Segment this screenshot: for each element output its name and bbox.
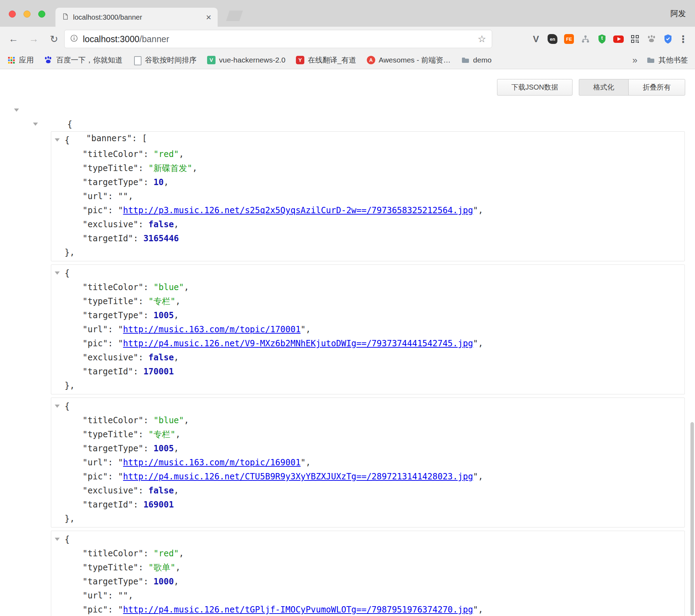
json-token: , (306, 325, 311, 334)
json-url-link[interactable]: http://p4.music.126.net/V9-MXz6b2MNhEKju… (123, 339, 473, 348)
json-url-link[interactable]: http://p4.music.126.net/CTU5B9R9y3XyYBZX… (123, 472, 473, 481)
collapse-triangle-icon[interactable] (55, 138, 60, 142)
bookmark-item-vue[interactable]: Vvue-hackernews-2.0 (207, 56, 285, 64)
json-token: "typeTitle" (82, 563, 138, 572)
folder-icon (647, 56, 655, 64)
other-bookmarks-folder[interactable]: 其他书签 (647, 55, 688, 65)
format-collapse-group: 格式化 折叠所有 (579, 79, 685, 96)
property-line: "url": "", (51, 189, 684, 203)
json-token: " (473, 205, 478, 215)
json-token: : (138, 219, 148, 229)
green-shield-extension-icon[interactable]: t (597, 34, 607, 44)
browser-menu-icon[interactable]: ⋮ (678, 27, 688, 51)
close-window-button[interactable] (9, 11, 16, 18)
json-token: "typeTitle" (82, 296, 138, 306)
bookmark-label: 应用 (19, 55, 34, 65)
bookmark-item-demo[interactable]: demo (461, 56, 492, 64)
json-array-items: {"titleColor": "red","typeTitle": "新碟首发"… (0, 131, 695, 616)
apps-grid-icon (7, 56, 15, 64)
reload-button[interactable]: ↻ (48, 33, 60, 45)
json-token: "titleColor" (82, 415, 143, 425)
org-chart-extension-icon[interactable] (580, 34, 591, 44)
json-token: : (108, 605, 118, 615)
property-line: "pic": "http://p4.music.126.net/tGPljf-I… (51, 603, 684, 616)
json-token: "exclusive" (82, 353, 138, 362)
bookmark-label: 谷歌按时间排序 (145, 55, 197, 65)
format-button[interactable]: 格式化 (579, 79, 629, 96)
window-controls (9, 11, 45, 18)
json-token: "targetId" (82, 367, 133, 376)
json-token: "titleColor" (82, 549, 143, 558)
json-token: , (478, 472, 483, 481)
address-bar[interactable]: localhost:3000/banner ☆ (64, 30, 492, 48)
bookmark-star-icon[interactable]: ☆ (478, 33, 486, 45)
collapse-triangle-icon[interactable] (55, 538, 60, 541)
json-url-link[interactable]: http://music.163.com/m/topic/170001 (123, 325, 301, 334)
object-close-line: }, (51, 379, 684, 393)
fe-extension-icon[interactable]: FE (564, 34, 574, 44)
youtube-extension-icon[interactable] (613, 34, 624, 44)
json-token: "url" (82, 325, 108, 334)
property-line: "titleColor": "blue", (51, 280, 684, 294)
bookmark-item-awesomes[interactable]: AAwesomes - 前端资… (367, 55, 451, 65)
zoom-window-button[interactable] (38, 11, 45, 18)
json-token: "" (118, 591, 128, 601)
property-line: "url": "http://music.163.com/m/topic/169… (51, 456, 684, 470)
json-url-link[interactable]: http://music.163.com/m/topic/169001 (123, 458, 301, 467)
collapse-triangle-icon[interactable] (55, 405, 60, 408)
json-token: , (478, 205, 483, 215)
translate-extension-icon[interactable]: en (547, 34, 558, 44)
json-url-link[interactable]: http://p4.music.126.net/tGPljf-IMOCyPvum… (123, 605, 473, 615)
json-token: : (108, 339, 118, 348)
qrcode-extension-icon[interactable] (630, 34, 640, 44)
object-close-line: }, (51, 245, 684, 260)
collapse-triangle-icon[interactable] (55, 271, 60, 275)
json-token: : (133, 367, 144, 376)
bookmark-item-baidu[interactable]: 百度一下，你就知道 (44, 55, 123, 65)
bookmark-item-youdao[interactable]: Y在线翻译_有道 (296, 55, 356, 65)
collapse-triangle-icon[interactable] (14, 109, 19, 112)
property-line: "exclusive": false, (51, 484, 684, 498)
json-action-bar: 下载JSON数据 格式化 折叠所有 (497, 79, 685, 96)
paw-extension-icon[interactable] (646, 34, 657, 44)
collapse-all-button[interactable]: 折叠所有 (628, 79, 685, 96)
vimium-extension-icon[interactable]: V (531, 34, 541, 44)
collapse-triangle-icon[interactable] (33, 123, 38, 126)
tab-title: localhost:3000/banner (73, 13, 202, 21)
bookmark-item-page[interactable]: 谷歌按时间排序 (133, 55, 197, 65)
json-token: "exclusive" (82, 219, 138, 229)
object-open-line: { (51, 532, 684, 546)
json-token: : (138, 163, 148, 173)
json-token: , (128, 591, 133, 601)
forward-button[interactable]: → (28, 33, 39, 45)
json-token: "pic" (82, 205, 108, 215)
property-line: "typeTitle": "专栏", (51, 427, 684, 441)
bookmarks-overflow-icon[interactable]: » (633, 55, 643, 66)
json-token: "titleColor" (82, 282, 143, 292)
new-tab-button[interactable] (226, 11, 243, 21)
json-token: 1005 (153, 310, 174, 320)
property-line: "pic": "http://p4.music.126.net/CTU5B9R9… (51, 470, 684, 484)
browser-tab[interactable]: localhost:3000/banner × (55, 8, 218, 27)
json-token: : (133, 234, 144, 243)
download-json-button[interactable]: 下载JSON数据 (497, 79, 572, 96)
page-info-icon[interactable] (70, 34, 78, 44)
json-token: " (118, 325, 123, 334)
json-token: : (138, 353, 148, 362)
bookmark-item-apps[interactable]: 应用 (7, 55, 34, 65)
property-line: "pic": "http://p3.music.126.net/s25q2x5Q… (51, 203, 684, 217)
tab-close-icon[interactable]: × (206, 13, 211, 22)
json-token: "url" (82, 591, 108, 601)
property-line: "targetId": 3165446 (51, 231, 684, 245)
scrollbar-thumb[interactable] (690, 422, 694, 615)
blue-shield-extension-icon[interactable] (663, 34, 673, 44)
json-token: { (65, 135, 70, 145)
back-button[interactable]: ← (8, 33, 19, 45)
minimize-window-button[interactable] (24, 11, 31, 18)
json-url-link[interactable]: http://p3.music.126.net/s25q2x5QyqsAzilC… (123, 205, 473, 215)
profile-name[interactable]: 阿发 (670, 8, 686, 19)
json-token: "targetType" (82, 177, 143, 187)
property-line: "typeTitle": "歌单", (51, 561, 684, 575)
property-line: "url": "", (51, 589, 684, 603)
json-token: : (133, 500, 144, 510)
